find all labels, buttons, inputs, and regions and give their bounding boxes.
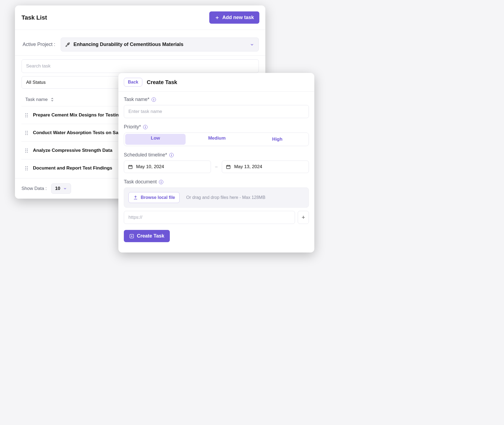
info-icon[interactable]: i xyxy=(159,180,163,184)
url-input[interactable] xyxy=(124,211,295,224)
create-task-title: Create Task xyxy=(147,79,177,85)
info-icon[interactable]: i xyxy=(143,125,147,129)
column-task-name: Task name xyxy=(25,97,48,102)
drag-handle-icon[interactable] xyxy=(25,113,29,117)
info-icon[interactable]: i xyxy=(169,153,174,157)
page-size-select[interactable]: 10 xyxy=(51,183,71,194)
add-task-button[interactable]: Add new task xyxy=(209,11,259,24)
status-filter-value: All Status xyxy=(26,80,46,85)
priority-high[interactable]: High xyxy=(247,134,308,145)
svg-rect-2 xyxy=(227,165,231,169)
rocket-icon xyxy=(65,42,70,47)
add-task-label: Add new task xyxy=(222,15,254,20)
page-size-value: 10 xyxy=(55,186,60,191)
show-data-label: Show Data : xyxy=(21,186,47,191)
create-task-panel: Back Create Task Task name* i Priority* … xyxy=(118,73,314,252)
create-task-body: Task name* i Priority* i Low Medium High… xyxy=(118,92,314,248)
priority-low[interactable]: Low xyxy=(125,134,186,145)
browse-file-label: Browse local file xyxy=(141,195,175,200)
upload-hint: Or drag and drop files here - Max 128MB xyxy=(186,195,265,200)
drag-handle-icon[interactable] xyxy=(25,166,29,170)
task-name-cell: Prepare Cement Mix Designs for Testin xyxy=(33,112,119,118)
project-select-value: Enhancing Durability of Cementitious Mat… xyxy=(73,42,247,47)
back-button[interactable]: Back xyxy=(124,78,142,87)
task-name-field: Task name* i xyxy=(124,97,309,118)
document-label: Task document xyxy=(124,179,157,185)
browse-file-button[interactable]: Browse local file xyxy=(128,192,180,203)
timeline-field: Scheduled timeline* i May 10, 2024 – May… xyxy=(124,152,309,173)
priority-segmented: Low Medium High xyxy=(124,133,309,146)
svg-point-0 xyxy=(68,44,69,44)
calendar-icon xyxy=(128,164,133,169)
task-name-input[interactable] xyxy=(124,105,309,118)
drag-handle-icon[interactable] xyxy=(25,149,29,153)
task-name-cell: Conduct Water Absorption Tests on Sa xyxy=(33,130,118,135)
page-title: Task List xyxy=(21,14,47,21)
document-field: Task document i Browse local file Or dra… xyxy=(124,179,309,224)
search-input[interactable] xyxy=(21,59,259,73)
plus-square-icon xyxy=(129,234,134,239)
sort-icon xyxy=(50,97,55,102)
create-task-button[interactable]: Create Task xyxy=(124,230,170,242)
create-task-label: Create Task xyxy=(137,233,164,239)
active-project-label: Active Project : xyxy=(23,42,55,47)
date-separator: – xyxy=(215,164,218,169)
task-name-cell: Document and Report Test Findings xyxy=(33,165,112,171)
chevron-down-icon xyxy=(63,187,67,190)
upload-icon xyxy=(133,195,138,200)
create-task-header: Back Create Task xyxy=(118,73,314,92)
chevron-down-icon xyxy=(250,42,254,47)
priority-medium[interactable]: Medium xyxy=(187,133,247,146)
task-name-cell: Analyze Compressive Strength Data xyxy=(33,148,112,153)
svg-rect-1 xyxy=(128,165,132,169)
start-date-value: May 10, 2024 xyxy=(136,164,164,170)
calendar-icon xyxy=(226,164,231,169)
active-project-row: Active Project : Enhancing Durability of… xyxy=(15,30,265,56)
priority-field: Priority* i Low Medium High xyxy=(124,124,309,146)
add-url-button[interactable]: + xyxy=(298,211,309,224)
end-date-input[interactable]: May 13, 2024 xyxy=(222,161,309,173)
info-icon[interactable]: i xyxy=(152,97,156,102)
task-name-label: Task name* xyxy=(124,97,149,102)
start-date-input[interactable]: May 10, 2024 xyxy=(124,161,211,173)
drag-handle-icon[interactable] xyxy=(25,131,29,135)
end-date-value: May 13, 2024 xyxy=(234,164,262,170)
priority-label: Priority* xyxy=(124,124,141,130)
plus-icon: + xyxy=(302,214,305,221)
timeline-label: Scheduled timeline* xyxy=(124,152,167,158)
project-select[interactable]: Enhancing Durability of Cementitious Mat… xyxy=(61,38,259,51)
upload-dropzone[interactable]: Browse local file Or drag and drop files… xyxy=(124,187,309,208)
task-list-header: Task List Add new task xyxy=(15,5,265,30)
plus-icon xyxy=(215,15,220,20)
